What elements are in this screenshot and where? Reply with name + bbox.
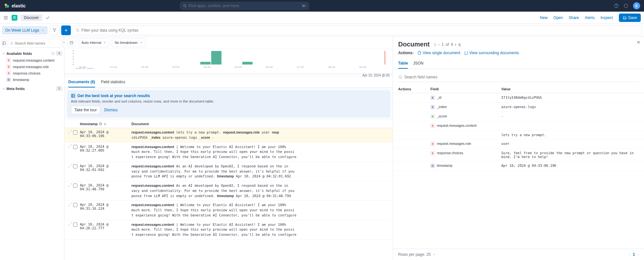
flyout-field-row[interactable]: tresponse.choicesSure, feel free to prov…: [393, 149, 644, 161]
svg-text:April 10, 2024: April 10, 2024: [76, 67, 93, 69]
row-document: request.messages.content | Welcome to yo…: [131, 222, 389, 237]
kql-bar[interactable]: [73, 25, 642, 35]
histogram-chart[interactable]: 01234500:0001:0002:0003:0004:0005:0006:0…: [64, 48, 393, 74]
expand-icon[interactable]: [68, 164, 72, 167]
field-item[interactable]: trequest.messages.content: [2, 57, 62, 64]
flyout-field-row[interactable]: trequest.messages.roleuser: [393, 139, 644, 149]
field-name: #_score: [430, 114, 501, 119]
expand-icon[interactable]: [68, 203, 72, 206]
sidebar-collapse-button[interactable]: [2, 39, 6, 48]
view-single-document-link[interactable]: View single document: [418, 51, 460, 55]
table-row[interactable]: Apr 10, 2024 @ 04:31:48.799request.messa…: [64, 181, 393, 201]
rows-per-page[interactable]: Rows per page: 25: [398, 252, 436, 257]
avatar[interactable]: E: [633, 2, 640, 9]
expand-icon[interactable]: [68, 130, 72, 134]
flyout-tab-json[interactable]: JSON: [413, 61, 423, 69]
table-row[interactable]: Apr 10, 2024 @ 04:32:01.692request.messa…: [64, 162, 393, 181]
calendar-button[interactable]: [67, 38, 76, 47]
take-tour-button[interactable]: Take the tour: [71, 106, 100, 114]
documents-icon: [464, 51, 468, 55]
global-search[interactable]: ⌘/: [180, 2, 309, 10]
add-filter-button[interactable]: [61, 25, 71, 35]
field-search[interactable]: [8, 39, 62, 48]
flyout-field-row[interactable]: lets try a new prompt.: [393, 131, 644, 139]
row-checkbox[interactable]: [73, 130, 77, 135]
flyout-field-row[interactable]: k_idIf1tyI48dm6gcdizPUGh: [393, 93, 644, 103]
pager-last[interactable]: ›|: [458, 42, 460, 47]
pager-first[interactable]: |‹: [434, 42, 437, 47]
table-row[interactable]: Apr 10, 2024 @ 04:33:06.196request.messa…: [64, 128, 393, 143]
table-row[interactable]: Apr 10, 2024 @ 04:31:16.224request.messa…: [64, 201, 393, 220]
flyout-field-row[interactable]: ⊙timestampApr 10, 2024 @ 04:33:06.196: [393, 161, 644, 171]
row-document: request.messages.content lets try a new …: [131, 130, 389, 140]
row-timestamp: Apr 10, 2024 @ 04:32:27.005: [80, 145, 131, 160]
page-prev[interactable]: ‹: [629, 252, 630, 257]
dataview-selector[interactable]: On Week LLM Logs: [2, 26, 48, 35]
flyout-field-row[interactable]: #_score -: [393, 112, 644, 121]
table-row[interactable]: Apr 10, 2024 @ 04:32:27.005request.messa…: [64, 143, 393, 162]
expand-icon[interactable]: [68, 222, 72, 226]
actions-label: Actions:: [398, 51, 414, 55]
kql-input[interactable]: [82, 28, 639, 33]
close-button[interactable]: [636, 40, 641, 45]
row-checkbox[interactable]: [73, 223, 77, 227]
svg-text:4: 4: [72, 53, 74, 55]
meta-fields-section[interactable]: Meta fields 3: [2, 86, 62, 91]
field-item[interactable]: tresponse.choices: [2, 70, 62, 76]
row-checkbox[interactable]: [73, 203, 77, 207]
flyout-field-row[interactable]: k_indexazure-openai-logs: [393, 103, 644, 112]
row-document: request.messages.content As an AI develo…: [131, 164, 389, 179]
table-row[interactable]: Apr 10, 2024 @ 04:26:22.777request.messa…: [64, 220, 393, 240]
newsfeed-icon[interactable]: [623, 3, 629, 8]
available-fields-section[interactable]: Available fields 4: [2, 51, 62, 56]
page-next[interactable]: ›: [638, 252, 639, 257]
expand-icon[interactable]: [68, 183, 72, 187]
svg-text:03:00: 03:00: [172, 66, 179, 68]
view-surrounding-documents-link[interactable]: View surrounding documents: [464, 51, 519, 55]
sort-desc-icon: [103, 122, 107, 125]
row-timestamp: Apr 10, 2024 @ 04:32:01.692: [80, 164, 131, 179]
nav-toggle-icon[interactable]: [3, 15, 8, 20]
expand-icon[interactable]: [68, 145, 72, 148]
svg-text:04:00: 04:00: [203, 66, 210, 68]
field-search-input[interactable]: [15, 41, 59, 45]
svg-point-55: [399, 75, 401, 78]
chevron-right-icon: [2, 87, 5, 90]
col-timestamp[interactable]: timestamp: [80, 122, 131, 126]
global-search-input[interactable]: [189, 4, 300, 8]
alerts-link[interactable]: Alerts: [585, 15, 595, 20]
flyout-field-search[interactable]: [398, 72, 639, 82]
elastic-logo[interactable]: elastic: [4, 3, 26, 9]
app-name[interactable]: Discover: [21, 15, 42, 21]
svg-rect-15: [3, 42, 6, 45]
share-link[interactable]: Share: [569, 15, 579, 20]
row-checkbox[interactable]: [73, 184, 77, 188]
inspect-link[interactable]: Inspect: [601, 15, 613, 20]
row-document: request.messages.content | Welcome to yo…: [131, 145, 389, 160]
col-document[interactable]: Document: [131, 122, 389, 126]
flyout-field-search-input[interactable]: [404, 75, 639, 79]
field-sidebar: 0 Available fields 4 trequest.messages.c…: [0, 37, 64, 260]
result-tabs: Documents (6) Field statistics: [64, 77, 393, 88]
flyout-tab-table[interactable]: Table: [398, 61, 408, 69]
tab-documents[interactable]: Documents (6): [68, 80, 95, 87]
help-icon[interactable]: [614, 3, 619, 8]
chevron-down-icon: [41, 29, 44, 32]
svg-text:2: 2: [72, 58, 74, 60]
field-item[interactable]: trequest.messages.role: [2, 64, 62, 70]
flyout-field-row[interactable]: trequest.messages.content: [393, 121, 644, 131]
topbar: elastic ⌘/ E: [0, 0, 644, 12]
new-link[interactable]: New: [540, 15, 548, 20]
pager-prev[interactable]: ‹: [438, 42, 440, 47]
field-item[interactable]: ⊙timestamp: [2, 76, 62, 83]
row-checkbox[interactable]: [73, 164, 77, 168]
breakdown-dropdown[interactable]: No breakdown: [112, 38, 146, 47]
save-button[interactable]: Save: [619, 14, 641, 22]
row-checkbox[interactable]: [73, 145, 77, 149]
pager-next[interactable]: ›: [455, 42, 456, 47]
open-link[interactable]: Open: [553, 15, 563, 20]
interval-dropdown[interactable]: Auto interval: [79, 38, 109, 47]
dismiss-link[interactable]: Dismiss: [104, 108, 118, 112]
filter-settings-button[interactable]: [50, 25, 59, 35]
tab-field-statistics[interactable]: Field statistics: [101, 80, 125, 87]
